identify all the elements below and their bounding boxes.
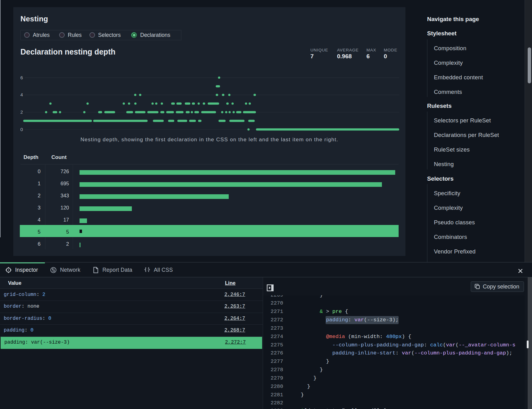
svg-text:0: 0: [20, 127, 23, 132]
svg-text:2: 2: [20, 109, 23, 115]
svg-text:6: 6: [20, 75, 23, 80]
svg-text:4: 4: [20, 92, 23, 97]
